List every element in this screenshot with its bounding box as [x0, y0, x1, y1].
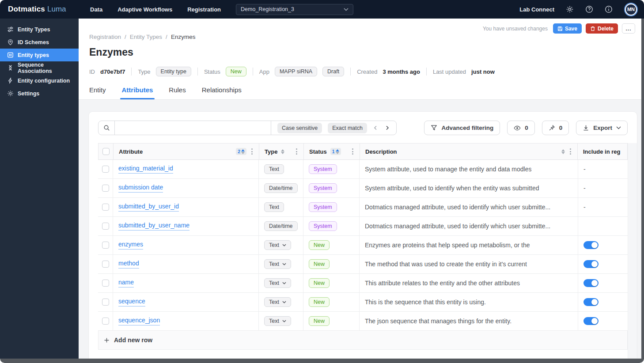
status-badge: New	[226, 67, 246, 76]
description-text: System attribute, used to identify when …	[365, 185, 539, 192]
row-checkbox[interactable]	[102, 223, 109, 230]
include-toggle[interactable]	[583, 298, 599, 306]
nav-item-registration[interactable]: Registration	[187, 6, 221, 13]
sidebar-item-entity-types[interactable]: Entity types	[0, 49, 79, 61]
include-toggle[interactable]	[583, 241, 599, 249]
attribute-link[interactable]: sequence_json	[118, 317, 160, 325]
gear-icon[interactable]	[566, 5, 574, 13]
sidebar-item-label: Settings	[18, 91, 39, 97]
include-toggle[interactable]	[583, 317, 599, 325]
attribute-link[interactable]: submitted_by_user_name	[118, 222, 189, 231]
chevron-right-icon[interactable]	[384, 125, 390, 131]
project-selector[interactable]: Demo_Registration_3	[236, 4, 353, 15]
attribute-link[interactable]: submitted_by_user_id	[118, 203, 179, 212]
updated-label: Last updated	[433, 68, 466, 75]
user-avatar[interactable]: MN	[625, 4, 637, 15]
sidebar-item-entity-configuration[interactable]: Entity configuration	[0, 74, 79, 87]
type-badge: Text	[264, 202, 284, 212]
row-checkbox[interactable]	[102, 204, 109, 211]
case-sensitive-button[interactable]: Case sensitive	[277, 123, 322, 133]
entity-meta-row: ID d70e7bf7 Type Entity type Status New …	[89, 67, 633, 76]
row-checkbox[interactable]	[102, 166, 109, 173]
help-icon[interactable]	[585, 5, 593, 13]
status-sort-control[interactable]: 1	[330, 148, 341, 155]
type-badge: Date/time	[264, 221, 298, 231]
attribute-link[interactable]: method	[118, 260, 139, 268]
type-badge: Text	[264, 164, 284, 174]
nav-item-data[interactable]: Data	[90, 6, 102, 13]
description-text: This is the sequence that this entity is…	[365, 299, 486, 306]
search-input[interactable]	[114, 121, 271, 135]
info-icon[interactable]	[605, 5, 613, 13]
attribute-link[interactable]: sequence	[118, 298, 145, 306]
visibility-count-button[interactable]: 0	[507, 121, 535, 135]
sidebar-item-label: ID Schemes	[18, 39, 49, 45]
status-badge: System	[309, 221, 337, 231]
delete-button[interactable]: Delete	[586, 23, 618, 34]
attribute-link[interactable]: existing_material_id	[118, 165, 173, 174]
type-badge[interactable]: Text	[264, 278, 291, 288]
exact-match-button[interactable]: Exact match	[328, 123, 367, 133]
meta-divider	[253, 68, 253, 76]
tab-bar: Entity Attributes Rules Relationships	[89, 86, 633, 99]
description-text: The json sequence that manages things fo…	[365, 318, 511, 325]
created-label: Created	[357, 68, 377, 75]
main-area: You have unsaved changes Save D	[79, 19, 644, 359]
nav-item-adaptive-workflows[interactable]: Adaptive Workflows	[117, 6, 172, 13]
pinned-count-button[interactable]: 0	[542, 121, 569, 135]
column-menu-icon[interactable]	[569, 147, 572, 155]
sidebar-item-id-schemes[interactable]: ID Schemes	[0, 36, 79, 49]
lab-connect-link[interactable]: Lab Connect	[519, 6, 554, 13]
attribute-link[interactable]: name	[118, 279, 134, 287]
save-button[interactable]: Save	[553, 23, 582, 34]
advanced-filtering-button[interactable]: Advanced filtering	[424, 121, 500, 135]
breadcrumb-separator: /	[125, 34, 126, 40]
table-row: name Text New This attribute relates to …	[98, 274, 628, 293]
row-checkbox[interactable]	[102, 261, 109, 268]
tab-relationships[interactable]: Relationships	[202, 86, 242, 99]
select-all-checkbox[interactable]	[102, 148, 110, 155]
column-menu-icon[interactable]	[295, 147, 298, 155]
chevron-down-icon	[616, 126, 621, 129]
row-checkbox[interactable]	[102, 242, 109, 249]
description-sort-control[interactable]	[561, 149, 565, 154]
page-header: You have unsaved changes Save D	[79, 19, 644, 100]
row-checkbox[interactable]	[102, 318, 109, 325]
row-checkbox[interactable]	[102, 299, 109, 306]
description-text: System attribute, used to manage the ent…	[365, 166, 531, 173]
type-badge[interactable]: Text	[264, 316, 291, 326]
type-sort-control[interactable]	[281, 149, 284, 154]
export-button[interactable]: Export	[576, 121, 628, 135]
table-header-row: Attribute 2	[98, 143, 628, 160]
row-checkbox[interactable]	[102, 280, 109, 287]
sidebar-item-settings[interactable]: Settings	[0, 87, 79, 100]
include-value: -	[583, 185, 586, 192]
chevron-left-icon[interactable]	[373, 125, 379, 131]
type-badge[interactable]: Text	[264, 297, 291, 307]
attribute-sort-control[interactable]: 2	[236, 148, 246, 155]
column-menu-icon[interactable]	[351, 147, 354, 155]
attribute-link[interactable]: submission date	[118, 184, 163, 193]
status-label: Status	[204, 68, 220, 75]
attribute-link[interactable]: enzymes	[118, 241, 143, 250]
more-actions-button[interactable]: ...	[622, 23, 635, 34]
include-toggle[interactable]	[583, 260, 599, 268]
type-badge[interactable]: Text	[264, 240, 291, 250]
vertical-scrollbar[interactable]	[628, 143, 637, 363]
type-badge[interactable]: Text	[264, 259, 291, 269]
sidebar-item-sequence-associations[interactable]: Sequence Associations	[0, 61, 79, 74]
breadcrumb-entity-types[interactable]: Entity Types	[130, 34, 162, 40]
column-menu-icon[interactable]	[250, 147, 254, 155]
sidebar-item-entity-types-group[interactable]: Entity Types	[0, 23, 79, 36]
include-toggle[interactable]	[583, 279, 599, 287]
tab-rules[interactable]: Rules	[169, 86, 186, 99]
navbar-right: Lab Connect	[519, 4, 644, 15]
breadcrumb-registration[interactable]: Registration	[89, 34, 121, 40]
row-checkbox[interactable]	[102, 185, 109, 192]
column-header-attribute: Attribute	[119, 148, 143, 155]
tab-entity[interactable]: Entity	[89, 86, 106, 99]
id-label: ID	[89, 68, 95, 75]
add-new-row-button[interactable]: Add new row	[98, 331, 628, 350]
tab-attributes[interactable]: Attributes	[122, 86, 153, 99]
table-row: existing_material_id Text System System …	[98, 160, 628, 179]
